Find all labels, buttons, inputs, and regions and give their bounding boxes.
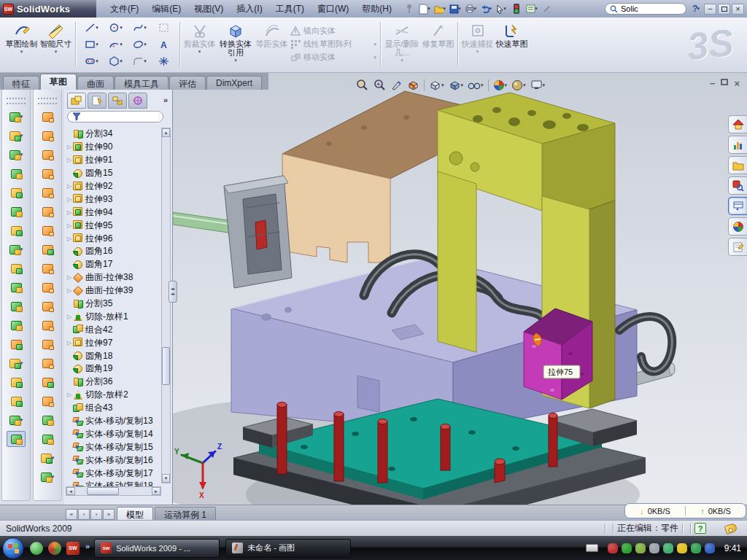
polygon-icon[interactable]: ▾ bbox=[104, 52, 128, 69]
tab-特征[interactable]: 特征 bbox=[3, 76, 39, 90]
bodies-l-icon[interactable] bbox=[7, 298, 26, 314]
expand-arrow-icon[interactable]: ▷ bbox=[66, 196, 73, 203]
tree-item[interactable]: ▷ 拉伸93 bbox=[66, 192, 161, 206]
new-document-icon[interactable]: ▾ bbox=[418, 3, 431, 15]
tree-item[interactable]: 实体-移动/复制17 bbox=[66, 467, 161, 480]
tab-模具工具[interactable]: 模具工具 bbox=[115, 76, 169, 90]
section-knife-icon[interactable] bbox=[391, 79, 403, 91]
scroll-up-arrow[interactable]: ▲ bbox=[162, 128, 170, 137]
expand-arrow-icon[interactable]: ▷ bbox=[66, 287, 73, 294]
expand-arrow-icon[interactable]: ▷ bbox=[66, 314, 73, 320]
tree-item[interactable]: 圆角16 bbox=[66, 245, 161, 258]
zoom-area-icon[interactable]: + bbox=[374, 79, 387, 91]
health-shield-icon[interactable] bbox=[691, 543, 701, 553]
freeform-icon[interactable] bbox=[38, 374, 57, 390]
shell-icon[interactable] bbox=[7, 184, 26, 201]
expand-arrow-icon[interactable]: ▷ bbox=[66, 157, 73, 163]
c-channel-icon[interactable] bbox=[38, 147, 57, 163]
tree-item[interactable]: 圆角19 bbox=[66, 362, 161, 376]
expand-arrow-icon[interactable]: ▷ bbox=[66, 340, 73, 346]
tree-item[interactable]: ▷ 曲面-拉伸38 bbox=[66, 271, 161, 284]
search-box[interactable] bbox=[605, 3, 686, 15]
insert-feature-icon[interactable]: ▾ bbox=[7, 355, 26, 371]
tree-item[interactable]: 实体-移动/复制14 bbox=[66, 427, 161, 440]
scroll-thumb[interactable] bbox=[87, 487, 119, 495]
tab-评估[interactable]: 评估 bbox=[169, 76, 206, 90]
planar-surface-icon[interactable] bbox=[38, 222, 57, 238]
tree-item[interactable]: 圆角17 bbox=[66, 258, 161, 271]
linear-pattern-button[interactable]: 线性草图阵列▾ bbox=[290, 39, 376, 50]
select-cursor-icon[interactable]: ▾ bbox=[495, 3, 508, 15]
tree-item[interactable]: 分割35 bbox=[66, 298, 161, 311]
custom-properties-icon[interactable] bbox=[728, 238, 747, 256]
tree-item[interactable]: 实体-移动/复制16 bbox=[66, 454, 161, 467]
doc-minimize-icon[interactable]: − bbox=[710, 79, 716, 89]
menu-6[interactable]: 帮助(H) bbox=[355, 1, 398, 18]
draft-icon[interactable] bbox=[7, 203, 26, 219]
measure-icon[interactable] bbox=[7, 431, 26, 447]
app-close-button[interactable]: × bbox=[732, 4, 744, 15]
box-icon[interactable] bbox=[38, 317, 57, 333]
expand-arrow-icon[interactable]: ▷ bbox=[66, 274, 73, 281]
appearance-icon[interactable]: ▾ bbox=[493, 79, 508, 91]
circle-icon[interactable]: ▾ bbox=[104, 19, 128, 36]
combine-bodies-icon[interactable] bbox=[7, 317, 26, 333]
configuration-manager-tab[interactable] bbox=[108, 93, 127, 109]
swept-boss-icon[interactable]: ▾ bbox=[7, 147, 26, 163]
display-style-icon[interactable]: ▾ bbox=[449, 79, 464, 91]
tree-item[interactable]: 分割34 bbox=[66, 128, 161, 141]
tree-item[interactable]: ▷ 拉伸90 bbox=[66, 141, 161, 154]
pin-icon[interactable] bbox=[403, 3, 416, 15]
save-icon[interactable]: ▾ bbox=[449, 3, 462, 15]
tree-item[interactable]: ▷ 拉伸92 bbox=[66, 180, 161, 193]
pattern-dots-icon[interactable]: ▾ bbox=[7, 241, 26, 257]
tree-item[interactable]: 组合42 bbox=[66, 323, 161, 336]
start-button[interactable] bbox=[2, 537, 24, 559]
doc-close-icon[interactable]: × bbox=[734, 79, 740, 89]
text-icon[interactable]: A bbox=[152, 36, 176, 52]
tree-item[interactable]: ▷ 曲面-拉伸39 bbox=[66, 284, 161, 298]
point-icon[interactable] bbox=[152, 52, 176, 69]
rib-icon[interactable] bbox=[7, 260, 26, 276]
boundary-surface-icon[interactable] bbox=[38, 241, 57, 257]
menu-0[interactable]: 文件(F) bbox=[104, 1, 145, 18]
app-icon[interactable] bbox=[48, 542, 61, 555]
line-icon[interactable]: ▾ bbox=[80, 19, 104, 36]
tab-草图[interactable]: 草图 bbox=[40, 74, 77, 90]
tree-vertical-scrollbar[interactable]: ▲ ▼ bbox=[161, 128, 171, 483]
volume-icon[interactable] bbox=[649, 543, 659, 553]
move-entities-button[interactable]: 移动实体▾ bbox=[290, 52, 376, 63]
tree-item[interactable]: 实体-移动/复制13 bbox=[66, 415, 161, 428]
extruded-boss-icon[interactable]: ▾ bbox=[7, 109, 26, 125]
centerline-icon[interactable] bbox=[7, 393, 26, 409]
flex-icon[interactable] bbox=[38, 184, 57, 201]
app-restore-button[interactable] bbox=[718, 4, 730, 15]
scroll-down-arrow[interactable]: ▼ bbox=[162, 474, 170, 483]
offset-entities-button[interactable]: 等距实体 bbox=[255, 19, 289, 69]
taskbar-window-0[interactable]: SWSolidWorks 2009 - ... bbox=[94, 539, 220, 558]
offset-surface-icon[interactable] bbox=[38, 393, 57, 409]
trim-entities-button[interactable]: 剪裁实体▾ bbox=[182, 19, 217, 69]
panel-overflow-chevron[interactable]: » bbox=[163, 96, 168, 104]
sparkle-insert-icon[interactable]: ▾ bbox=[38, 450, 57, 466]
dome-icon[interactable] bbox=[38, 431, 57, 447]
expand-arrow-icon[interactable]: ▷ bbox=[66, 392, 73, 398]
scroll-left-arrow[interactable]: ◄ bbox=[66, 487, 75, 495]
network-warning-icon[interactable] bbox=[677, 543, 687, 553]
sync-blocked-icon[interactable] bbox=[705, 543, 715, 553]
antivirus-shield-icon[interactable] bbox=[622, 543, 632, 553]
tree-item[interactable]: 分割36 bbox=[66, 376, 161, 389]
repair-sketch-button[interactable]: + 修复草图 bbox=[421, 19, 455, 69]
spline-tool-icon[interactable]: ▾ bbox=[7, 412, 26, 428]
model-tab-nav-0[interactable]: « bbox=[66, 509, 77, 520]
feature-wizard-icon[interactable] bbox=[7, 222, 26, 238]
model-tab-nav-1[interactable]: ‹ bbox=[78, 509, 90, 520]
tag-icon[interactable] bbox=[724, 522, 738, 534]
property-manager-tab[interactable] bbox=[88, 93, 107, 109]
model-scene[interactable]: Y Z X 拉伸75 bbox=[173, 90, 747, 505]
ellipse-icon[interactable]: ▾ bbox=[128, 36, 152, 52]
expand-arrow-icon[interactable]: ▷ bbox=[66, 209, 73, 216]
move-copy-body-icon[interactable] bbox=[7, 336, 26, 352]
rebuild-traffic-light-icon[interactable] bbox=[510, 3, 523, 15]
expand-arrow-icon[interactable]: ▷ bbox=[66, 222, 73, 229]
